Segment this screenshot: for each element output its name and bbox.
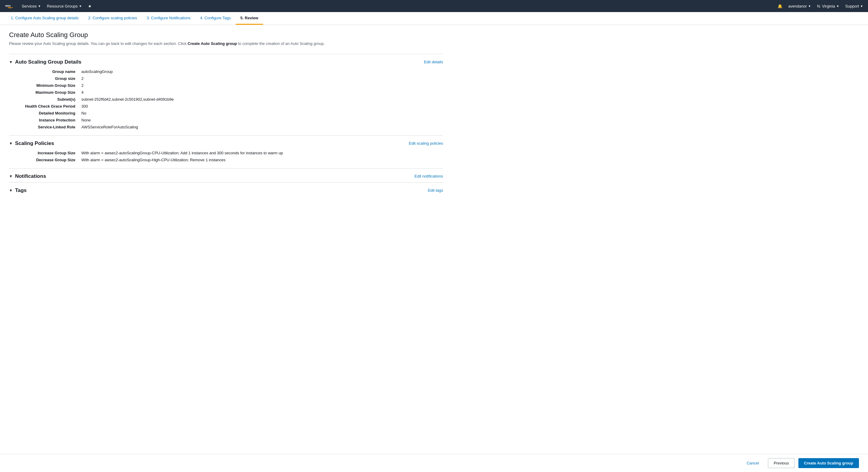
notifications-section-title: Notifications [15,173,46,179]
field-label: Detailed Monitoring [15,110,82,117]
details-table: Group nameautoScalingGroupGroup size2Min… [15,68,443,130]
svg-text:aws: aws [5,4,10,7]
scaling-section-header: ▼ Scaling Policies Edit scaling policies [9,136,443,150]
wizard-tabs: 1. Configure Auto Scaling group details … [0,12,868,25]
table-row: Group nameautoScalingGroup [15,68,443,75]
bell-icon: 🔔 [778,4,782,8]
user-menu[interactable]: avendanor ▼ [788,4,811,8]
policy-label: Decrease Group Size [15,156,82,163]
field-value: subnet-252f6d42,subnet-2c501902,subnet-d… [82,96,443,103]
field-label: Instance Protection [15,117,82,124]
tab-step1[interactable]: 1. Configure Auto Scaling group details [6,12,84,25]
field-label: Group size [15,75,82,82]
tags-section-header: ▼ Tags Edit tags [9,183,443,196]
policy-value: With alarm = awsec2-autoScalingGroup-Hig… [82,156,443,163]
edit-scaling-link[interactable]: Edit scaling policies [409,141,443,146]
services-chevron-icon: ▼ [38,4,41,8]
field-label: Group name [15,68,82,75]
scaling-section: ▼ Scaling Policies Edit scaling policies… [9,135,443,163]
nav-left: aws Services ▼ Resource Groups ▼ ★ [5,1,92,11]
main-content: Create Auto Scaling Group Please review … [0,25,452,221]
table-row: Detailed MonitoringNo [15,110,443,117]
nav-right: 🔔 avendanor ▼ N. Virginia ▼ Support ▼ [778,4,863,8]
scaling-section-title: Scaling Policies [15,140,54,147]
notifications-chevron-icon[interactable]: ▼ [9,174,13,179]
details-section-header: ▼ Auto Scaling Group Details Edit detail… [9,54,443,68]
resource-groups-nav[interactable]: Resource Groups ▼ [47,4,82,8]
field-label: Service-Linked Role [15,124,82,130]
edit-tags-link[interactable]: Edit tags [428,188,443,193]
page-title: Create Auto Scaling Group [9,31,443,39]
field-label: Subnet(s) [15,96,82,103]
field-value: autoScalingGroup [82,68,443,75]
field-value: 2 [82,82,443,89]
region-label: N. Virginia [817,4,835,8]
policies-table: Increase Group SizeWith alarm = awsec2-a… [15,150,443,163]
bookmarks-icon: ★ [88,4,92,8]
region-chevron-icon: ▼ [836,4,839,8]
region-menu[interactable]: N. Virginia ▼ [817,4,839,8]
table-row: Instance ProtectionNone [15,117,443,124]
notifications-button[interactable]: 🔔 [778,4,782,8]
tab-step3[interactable]: 3. Configure Notifications [142,12,195,25]
support-chevron-icon: ▼ [860,4,863,8]
field-value: No [82,110,443,117]
aws-logo[interactable]: aws [5,1,16,11]
field-value: 2 [82,75,443,82]
details-chevron-icon[interactable]: ▼ [9,60,13,64]
field-value: None [82,117,443,124]
top-navigation: aws Services ▼ Resource Groups ▼ ★ 🔔 ave… [0,0,868,12]
tags-section: ▼ Tags Edit tags [9,182,443,196]
field-label: Maximum Group Size [15,89,82,96]
field-value: 300 [82,103,443,110]
table-row: Service-Linked RoleAWSServiceRoleForAuto… [15,124,443,130]
bookmarks-nav[interactable]: ★ [88,4,92,8]
table-row: Decrease Group SizeWith alarm = awsec2-a… [15,156,443,163]
edit-details-link[interactable]: Edit details [424,60,443,64]
table-row: Health Check Grace Period300 [15,103,443,110]
details-section: ▼ Auto Scaling Group Details Edit detail… [9,54,443,130]
table-row: Group size2 [15,75,443,82]
scaling-chevron-icon[interactable]: ▼ [9,141,13,146]
field-value: AWSServiceRoleForAutoScaling [82,124,443,130]
field-value: 4 [82,89,443,96]
resource-groups-chevron-icon: ▼ [79,4,82,8]
services-nav[interactable]: Services ▼ [22,4,41,8]
services-label: Services [22,4,37,8]
tab-step5[interactable]: 5. Review [236,12,263,25]
edit-notifications-link[interactable]: Edit notifications [414,174,443,179]
table-row: Subnet(s)subnet-252f6d42,subnet-2c501902… [15,96,443,103]
tags-section-title: Tags [15,187,27,193]
resource-groups-label: Resource Groups [47,4,78,8]
table-row: Increase Group SizeWith alarm = awsec2-a… [15,150,443,156]
field-label: Minimum Group Size [15,82,82,89]
tab-step2[interactable]: 2. Configure scaling policies [84,12,142,25]
field-label: Health Check Grace Period [15,103,82,110]
support-label: Support [845,4,859,8]
policy-label: Increase Group Size [15,150,82,156]
details-section-title: Auto Scaling Group Details [15,59,82,65]
page-description: Please review your Auto Scaling group de… [9,41,443,47]
notifications-section-header: ▼ Notifications Edit notifications [9,168,443,182]
tab-step4[interactable]: 4. Configure Tags [195,12,236,25]
table-row: Minimum Group Size2 [15,82,443,89]
notifications-section: ▼ Notifications Edit notifications [9,168,443,182]
user-label: avendanor [788,4,807,8]
user-chevron-icon: ▼ [808,4,811,8]
support-menu[interactable]: Support ▼ [845,4,863,8]
policy-value: With alarm = awsec2-autoScalingGroup-CPU… [82,150,443,156]
table-row: Maximum Group Size4 [15,89,443,96]
tags-chevron-icon[interactable]: ▼ [9,188,13,193]
